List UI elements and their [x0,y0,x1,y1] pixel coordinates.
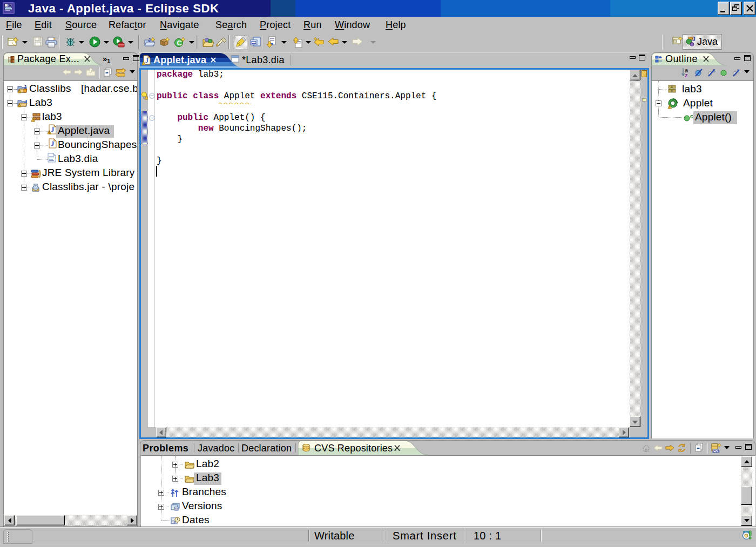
svg-text:J: J [24,99,27,104]
svg-text:!: ! [19,90,20,93]
svg-text:!: ! [669,105,670,109]
svg-text:!: ! [49,131,50,134]
svg-text:!: ! [19,104,20,107]
svg-text:10: 10 [175,508,178,511]
svg-text:z: z [685,72,688,78]
svg-text:J: J [692,36,696,42]
svg-text:CVS: CVS [713,450,720,453]
svg-text:12: 12 [172,521,176,524]
svg-text:J: J [145,57,148,64]
svg-text:J: J [51,125,55,133]
svg-text:J: J [148,37,151,43]
svg-text:J: J [51,139,55,147]
svg-text:!: ! [32,118,33,122]
svg-text:c: c [690,114,693,119]
